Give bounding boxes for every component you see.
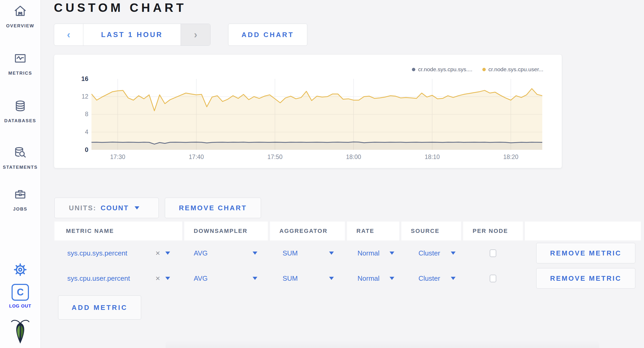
- time-range-next-button[interactable]: ›: [181, 24, 210, 45]
- per-node-checkbox[interactable]: [490, 249, 496, 257]
- source-value: Cluster: [418, 274, 440, 283]
- page-title: CUSTOM CHART: [54, 1, 186, 15]
- column-header-per-node: PER NODE: [463, 222, 523, 240]
- time-range-prev-button[interactable]: ‹: [54, 24, 83, 45]
- y-tick-label: 0: [65, 146, 88, 153]
- chart-legend: cr.node.sys.cpu.sys.... cr.node.sys.cpu.…: [412, 66, 543, 73]
- sidebar-item-statements[interactable]: STATEMENTS: [0, 146, 40, 170]
- per-node-checkbox[interactable]: [490, 275, 496, 282]
- actions-cell: REMOVE METRIC: [525, 240, 641, 266]
- chevron-down-icon: [253, 277, 257, 280]
- cockroach-c-icon: C: [12, 284, 29, 301]
- chevron-down-icon: [329, 252, 334, 255]
- metrics-table-header: METRIC NAME DOWNSAMPLER AGGREGATOR RATE …: [54, 222, 641, 240]
- y-tick-label: 8: [65, 111, 88, 118]
- downsampler-value: AVG: [194, 249, 208, 257]
- legend-label: cr.node.sys.cpu.user...: [488, 66, 543, 73]
- x-tick-label: 17:30: [110, 153, 125, 161]
- logout-label: LOG OUT: [9, 304, 31, 309]
- chevron-down-icon: [165, 252, 170, 255]
- sidebar-item-label: METRICS: [8, 71, 32, 76]
- sidebar-item-label: JOBS: [13, 207, 27, 212]
- clear-icon[interactable]: ×: [155, 249, 160, 258]
- chevron-down-icon: [329, 277, 334, 280]
- chevron-left-icon: ‹: [67, 29, 70, 40]
- column-header-source: SOURCE: [401, 222, 461, 240]
- x-tick-label: 18:20: [503, 153, 519, 161]
- sidebar-item-metrics[interactable]: METRICS: [0, 52, 40, 76]
- source-value: Cluster: [418, 249, 440, 257]
- column-header-downsampler: DOWNSAMPLER: [184, 222, 268, 240]
- legend-label: cr.node.sys.cpu.sys....: [418, 66, 472, 73]
- clear-icon[interactable]: ×: [155, 274, 160, 283]
- rate-dropdown[interactable]: Normal: [347, 266, 399, 291]
- y-tick-label: 12: [65, 93, 88, 100]
- legend-dot-user: [482, 68, 486, 71]
- source-dropdown[interactable]: Cluster: [401, 240, 461, 266]
- downsampler-dropdown[interactable]: AVG: [184, 240, 268, 266]
- series-area-1: [91, 89, 542, 150]
- metric-row: sys.cpu.user.percent × AVG SUM Normal Cl…: [54, 266, 641, 291]
- remove-metric-button[interactable]: REMOVE METRIC: [536, 243, 635, 263]
- chevron-down-icon: [390, 277, 394, 280]
- legend-dot-sys: [412, 68, 415, 71]
- remove-chart-button[interactable]: REMOVE CHART: [165, 198, 261, 218]
- column-header-actions: [525, 222, 641, 240]
- add-chart-button[interactable]: ADD CHART: [228, 24, 307, 46]
- aggregator-dropdown[interactable]: SUM: [270, 240, 345, 266]
- legend-item[interactable]: cr.node.sys.cpu.user...: [482, 66, 543, 73]
- metrics-icon: [14, 52, 27, 66]
- metric-name-dropdown[interactable]: sys.cpu.sys.percent ×: [54, 240, 182, 266]
- home-icon: [14, 4, 27, 19]
- rate-dropdown[interactable]: Normal: [347, 240, 399, 266]
- c-monogram: C: [17, 287, 24, 298]
- column-header-metric-name: METRIC NAME: [54, 222, 182, 240]
- downsampler-dropdown[interactable]: AVG: [184, 266, 268, 291]
- sidebar: OVERVIEW METRICS DATABASES: [0, 0, 41, 348]
- column-header-rate: RATE: [347, 222, 399, 240]
- metric-name-value: sys.cpu.sys.percent: [67, 249, 127, 257]
- x-tick-label: 17:40: [189, 153, 204, 161]
- sidebar-item-label: STATEMENTS: [3, 165, 38, 170]
- sidebar-item-overview[interactable]: OVERVIEW: [0, 4, 40, 29]
- source-dropdown[interactable]: Cluster: [401, 266, 461, 291]
- logout-button[interactable]: C LOG OUT: [0, 284, 40, 309]
- add-metric-button[interactable]: ADD METRIC: [58, 295, 141, 320]
- aggregator-dropdown[interactable]: SUM: [270, 266, 345, 291]
- units-dropdown[interactable]: UNITS: COUNT: [54, 198, 159, 218]
- time-range-selector: ‹ LAST 1 HOUR ›: [54, 24, 211, 46]
- y-tick-label: 4: [65, 129, 88, 136]
- chevron-right-icon: ›: [194, 29, 197, 40]
- chevron-down-icon: [451, 277, 456, 280]
- metric-row: sys.cpu.sys.percent × AVG SUM Normal Clu…: [54, 240, 641, 266]
- rate-value: Normal: [357, 249, 380, 257]
- x-tick-label: 18:00: [346, 153, 361, 161]
- legend-item[interactable]: cr.node.sys.cpu.sys....: [412, 66, 472, 73]
- actions-cell: REMOVE METRIC: [525, 266, 641, 291]
- chevron-down-icon: [253, 252, 257, 255]
- chevron-down-icon: [135, 206, 139, 209]
- per-node-cell: [463, 240, 523, 266]
- sidebar-item-databases[interactable]: DATABASES: [0, 99, 40, 124]
- aggregator-value: SUM: [283, 249, 298, 257]
- statements-icon: [14, 146, 27, 160]
- scroll-shadow: [166, 340, 599, 348]
- settings-button[interactable]: [0, 263, 40, 277]
- chart-card: cr.node.sys.cpu.sys.... cr.node.sys.cpu.…: [54, 54, 562, 168]
- jobs-icon: [14, 188, 27, 202]
- gear-icon: [14, 263, 27, 277]
- time-range-dropdown[interactable]: LAST 1 HOUR: [83, 24, 181, 45]
- column-header-aggregator: AGGREGATOR: [270, 222, 345, 240]
- downsampler-value: AVG: [194, 274, 208, 283]
- remove-metric-button[interactable]: REMOVE METRIC: [536, 268, 635, 289]
- metric-name-value: sys.cpu.user.percent: [67, 274, 130, 283]
- sidebar-item-jobs[interactable]: JOBS: [0, 188, 40, 212]
- sidebar-item-label: OVERVIEW: [6, 23, 34, 29]
- metric-name-dropdown[interactable]: sys.cpu.user.percent ×: [54, 266, 182, 291]
- aggregator-value: SUM: [283, 274, 298, 283]
- chevron-down-icon: [165, 277, 170, 280]
- cockroach-bug-logo: [0, 319, 40, 345]
- timeseries-plot[interactable]: [91, 79, 542, 150]
- per-node-cell: [463, 266, 523, 291]
- sidebar-item-label: DATABASES: [4, 118, 36, 124]
